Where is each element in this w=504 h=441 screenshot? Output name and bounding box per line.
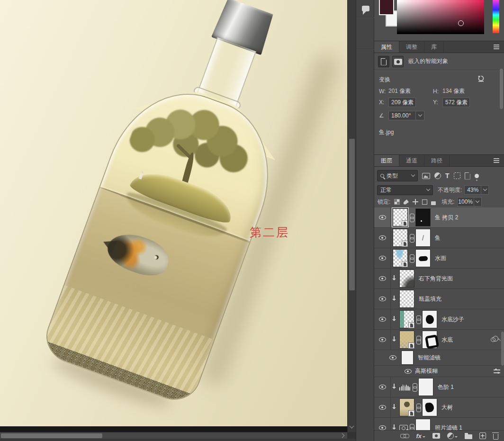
layer-thumbnail[interactable]	[399, 331, 414, 349]
canvas-horizontal-scrollbar[interactable]	[0, 432, 347, 439]
visibility-toggle[interactable]	[374, 269, 391, 288]
layer-name[interactable]: 水底	[441, 336, 453, 344]
rotation-dropdown-button[interactable]	[416, 111, 424, 120]
layer-row[interactable]: 右下角背光面	[374, 269, 504, 289]
tab-paths[interactable]: 路径	[424, 155, 450, 166]
layer-row[interactable]: 照片滤镜 1	[374, 418, 504, 430]
vertical-scrollbar-thumb[interactable]	[349, 139, 355, 290]
panel-menu-icon[interactable]	[494, 158, 499, 159]
horizontal-scrollbar-thumb[interactable]	[1, 433, 102, 438]
tab-properties[interactable]: 属性	[374, 41, 399, 53]
lock-transparency-icon[interactable]	[394, 199, 400, 205]
visibility-toggle[interactable]	[374, 418, 391, 430]
lock-pixels-icon[interactable]	[404, 199, 409, 205]
x-position-input[interactable]: 209 像素	[388, 98, 416, 107]
layer-row[interactable]: 水面	[374, 248, 504, 269]
layer-name[interactable]: 色阶 1	[438, 383, 454, 391]
layer-row[interactable]: 色阶 1	[374, 377, 504, 397]
layer-style-fx-icon[interactable]: fx	[416, 432, 422, 440]
layer-mask-thumbnail[interactable]	[422, 398, 437, 416]
layer-thumbnail[interactable]	[399, 310, 414, 328]
collapse-arrow-icon[interactable]	[497, 339, 501, 342]
smart-filter-toggle-icon[interactable]	[491, 337, 495, 342]
filter-name[interactable]: 高斯模糊	[415, 367, 438, 375]
opacity-input[interactable]: 43%	[464, 185, 481, 195]
panel-menu-icon[interactable]	[494, 45, 499, 45]
lock-position-icon[interactable]	[413, 199, 418, 205]
canvas-vertical-scrollbar[interactable]	[347, 0, 356, 432]
layer-name[interactable]: 鱼	[435, 234, 441, 242]
filter-smart-objects-icon[interactable]	[465, 172, 470, 180]
panel-scrollbar[interactable]	[501, 332, 504, 366]
layer-row[interactable]: 鱼	[374, 228, 504, 248]
opacity-dropdown-button[interactable]	[481, 185, 489, 195]
filter-item-row[interactable]: 高斯模糊	[374, 366, 504, 377]
visibility-toggle[interactable]	[374, 248, 391, 268]
layer-name[interactable]: 瓶盖填充	[419, 295, 441, 303]
document-canvas[interactable]: 第二层	[0, 0, 347, 426]
link-mask-icon[interactable]	[409, 234, 414, 242]
layer-mask-thumbnail[interactable]	[422, 331, 437, 349]
layer-name[interactable]: 右下角背光面	[419, 275, 453, 283]
layer-row[interactable]: 大树	[374, 397, 504, 418]
tab-layers[interactable]: 图层	[374, 155, 399, 166]
layer-name[interactable]: 鱼 拷贝 2	[435, 214, 458, 222]
layer-mask-thumbnail[interactable]	[415, 419, 431, 430]
layer-row[interactable]: 水底	[374, 330, 504, 350]
smart-filter-mask-thumbnail[interactable]	[401, 351, 414, 365]
layer-thumbnail[interactable]	[399, 270, 414, 288]
mask-properties-icon[interactable]	[392, 56, 404, 67]
layer-thumbnail[interactable]	[393, 249, 408, 267]
layer-mask-thumbnail[interactable]	[422, 310, 437, 328]
layer-thumbnail[interactable]	[399, 398, 414, 416]
foreground-color-swatch[interactable]	[379, 0, 394, 15]
filter-kind-dropdown[interactable]: 类型	[377, 170, 418, 181]
layer-thumbnail[interactable]	[393, 229, 408, 247]
layer-row[interactable]: 水底沙子	[374, 309, 504, 330]
visibility-toggle[interactable]	[385, 350, 401, 365]
visibility-toggle[interactable]	[374, 207, 391, 227]
layer-row[interactable]: 瓶盖填充	[374, 289, 504, 309]
tab-channels[interactable]: 通道	[399, 155, 424, 166]
delete-layer-icon[interactable]	[493, 434, 498, 440]
link-layers-icon[interactable]	[400, 434, 409, 438]
filter-pixel-layers-icon[interactable]	[422, 173, 430, 179]
blend-mode-dropdown[interactable]: 正常	[377, 185, 433, 195]
filter-type-layers-icon[interactable]: T	[445, 172, 450, 179]
layer-name[interactable]: 大树	[441, 404, 453, 412]
layer-name[interactable]: 水面	[435, 254, 446, 262]
layer-mask-thumbnail[interactable]	[415, 229, 431, 247]
visibility-toggle[interactable]	[374, 289, 391, 309]
lock-artboard-icon[interactable]	[422, 199, 427, 205]
new-adjustment-layer-icon[interactable]	[447, 432, 454, 439]
comment-bubble-icon[interactable]	[362, 6, 369, 11]
link-mask-icon[interactable]	[412, 383, 417, 391]
fill-input[interactable]: 100%	[457, 197, 474, 207]
color-picker-cursor[interactable]	[458, 20, 464, 26]
layer-name[interactable]: 水底沙子	[441, 315, 464, 324]
panel-scrollbar[interactable]	[500, 69, 503, 109]
link-mask-icon[interactable]	[416, 336, 421, 344]
visibility-toggle[interactable]	[402, 366, 414, 377]
visibility-toggle[interactable]	[374, 309, 391, 329]
layer-thumbnail[interactable]	[393, 208, 408, 226]
layer-mask-thumbnail[interactable]	[415, 249, 431, 267]
lock-all-icon[interactable]	[431, 201, 436, 205]
link-mask-icon[interactable]	[409, 424, 414, 431]
visibility-toggle[interactable]	[374, 228, 391, 248]
fill-dropdown-button[interactable]	[474, 197, 482, 207]
scroll-down-arrow-icon[interactable]	[350, 424, 354, 429]
tab-libraries[interactable]: 库	[424, 41, 444, 53]
reset-transform-icon[interactable]	[477, 75, 485, 82]
link-mask-icon[interactable]	[409, 214, 414, 222]
link-mask-icon[interactable]	[416, 404, 421, 412]
visibility-toggle[interactable]	[374, 397, 391, 417]
add-layer-mask-icon[interactable]	[432, 433, 440, 439]
filter-toggle-pin-icon[interactable]	[475, 174, 479, 178]
link-mask-icon[interactable]	[416, 315, 421, 324]
layer-name[interactable]: 照片滤镜 1	[435, 424, 462, 431]
new-group-icon[interactable]	[465, 434, 472, 439]
layer-row[interactable]: 鱼 拷贝 2	[374, 207, 504, 228]
scroll-right-arrow-icon[interactable]	[340, 433, 345, 438]
smart-filters-row[interactable]: 智能滤镜	[374, 350, 504, 366]
